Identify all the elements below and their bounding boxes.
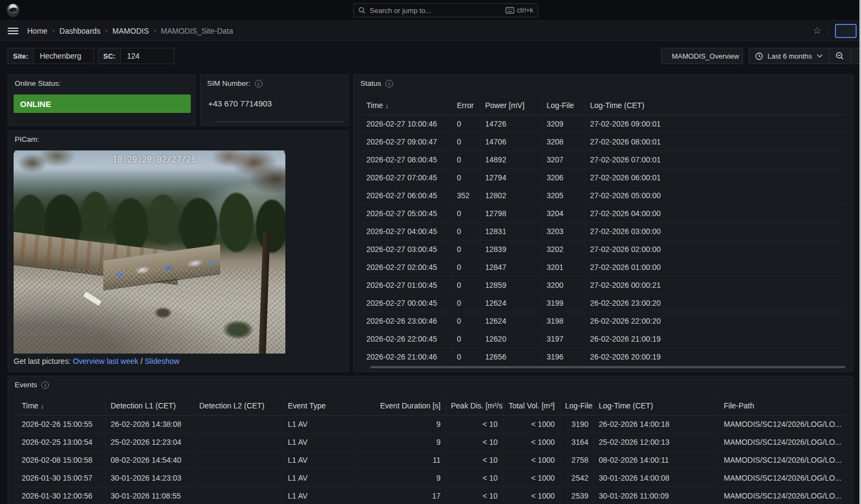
table-cell[interactable]: L1 AV [283, 451, 359, 469]
column-header[interactable]: Power [mV] [480, 97, 541, 115]
table-cell[interactable]: 2542 [560, 469, 594, 487]
table-cell[interactable]: < 1000 [503, 451, 560, 469]
table-cell[interactable]: 08-02-2026 14:00:11 [594, 451, 719, 469]
column-header[interactable]: Time ↓ [17, 397, 105, 415]
zoom-out-time-button[interactable] [829, 48, 850, 64]
favorite-star-icon[interactable]: ☆ [813, 26, 821, 35]
table-cell[interactable]: 30-01-2026 11:08:55 [105, 487, 194, 504]
breadcrumb-dashboards[interactable]: Dashboards [59, 27, 101, 35]
table-cell[interactable]: < 1000 [503, 487, 560, 504]
table-cell[interactable]: 30-01-2026 14:00:08 [594, 469, 719, 487]
table-cell[interactable] [194, 487, 283, 504]
table-cell: 3204 [541, 204, 585, 222]
table-cell[interactable]: < 10 [446, 469, 503, 487]
panel-sim-number: SIM Number: i +43 670 7714903 [200, 74, 349, 126]
column-header[interactable]: Log-File [560, 397, 594, 415]
column-header[interactable]: Log-Time (CET) [585, 97, 846, 115]
info-icon[interactable]: i [41, 381, 49, 389]
table-cell[interactable]: 9 [359, 433, 446, 451]
table-cell: 0 [452, 276, 480, 294]
column-header[interactable]: Total Vol. [m³] [503, 397, 560, 415]
table-cell[interactable]: 2758 [560, 451, 594, 469]
online-status-panel-title[interactable]: Online Status: [15, 79, 61, 87]
variable-sc-value[interactable]: 124 [120, 48, 174, 64]
table-cell[interactable]: 9 [359, 415, 446, 433]
table-cell[interactable]: MAMODIS/SC124/2026/LOG/LO... [719, 433, 845, 451]
menu-toggle-icon[interactable] [8, 28, 18, 34]
table-cell[interactable]: MAMODIS/SC124/2026/LOG/LO... [719, 451, 845, 469]
table-cell[interactable]: 2539 [560, 487, 594, 504]
horizontal-scrollbar[interactable] [370, 366, 845, 368]
table-cell[interactable]: L1 AV [283, 469, 359, 487]
slideshow-link[interactable]: Slideshow [145, 357, 179, 366]
table-cell[interactable]: 25-02-2026 12:23:04 [105, 433, 194, 451]
caption-separator: / [140, 357, 142, 366]
table-cell[interactable]: 17 [359, 487, 446, 504]
column-header[interactable]: Error [452, 97, 480, 115]
time-range-picker[interactable]: Last 6 months [749, 48, 829, 64]
table-cell[interactable] [194, 469, 283, 487]
table-cell[interactable]: 2026-02-25 13:00:54 [17, 433, 105, 451]
overview-last-week-link[interactable]: Overview last week [73, 357, 139, 366]
table-cell: 12831 [480, 222, 541, 240]
table-cell[interactable]: < 1000 [503, 469, 560, 487]
table-cell[interactable]: 9 [359, 469, 446, 487]
column-header[interactable]: Event Duration [s] [359, 397, 446, 415]
table-cell[interactable]: < 10 [446, 487, 503, 504]
table-cell[interactable]: MAMODIS/SC124/2026/LOG/LO... [719, 415, 845, 433]
overview-dashboard-button[interactable]: MAMODIS_Overview [661, 48, 743, 64]
table-cell[interactable]: 30-01-2026 11:00:09 [594, 487, 719, 504]
column-header[interactable]: Event Type [283, 397, 359, 415]
table-cell[interactable]: 11 [359, 451, 446, 469]
column-header[interactable]: Log-File [541, 97, 585, 115]
org-logo[interactable] [7, 4, 20, 17]
breadcrumb-folder[interactable]: MAMODIS [113, 27, 149, 35]
column-header[interactable]: Peak Dis. [m³/s] [446, 397, 503, 415]
column-header[interactable]: Log-Time (CET) [594, 397, 719, 415]
search-input[interactable]: Search or jump to... ctrl+k [353, 3, 538, 17]
table-cell[interactable]: 3164 [560, 433, 594, 451]
table-cell[interactable]: 26-02-2026 14:00:18 [594, 415, 719, 433]
toolbar-overflow-button-partial[interactable] [835, 24, 857, 38]
table-cell[interactable] [194, 433, 283, 451]
table-cell[interactable]: 3190 [560, 415, 594, 433]
table-row: 2026-02-27 02:00:45012847320127-02-2026 … [361, 258, 846, 276]
status-panel-title[interactable]: Status [360, 79, 381, 87]
column-header[interactable]: File-Path [719, 397, 845, 415]
table-cell[interactable]: < 1000 [503, 433, 560, 451]
breadcrumb-home[interactable]: Home [27, 27, 47, 35]
table-cell[interactable]: 2026-02-08 15:00:58 [17, 451, 105, 469]
events-panel-title[interactable]: Events [15, 381, 37, 389]
table-cell[interactable]: < 10 [446, 415, 503, 433]
table-cell: 0 [452, 150, 480, 168]
table-cell: 3209 [541, 115, 585, 133]
table-cell[interactable]: < 1000 [503, 415, 560, 433]
column-header[interactable]: Time ↓ [361, 97, 452, 115]
picam-panel-title[interactable]: PICam: [15, 135, 39, 143]
table-cell[interactable]: MAMODIS/SC124/2026/LOG/LO... [719, 487, 845, 504]
table-cell[interactable]: 2026-02-26 15:00:55 [17, 415, 105, 433]
table-cell: 0 [452, 204, 480, 222]
table-cell[interactable]: 25-02-2026 12:00:13 [594, 433, 719, 451]
table-cell: 3206 [541, 168, 585, 186]
info-icon[interactable]: i [255, 80, 263, 87]
table-cell[interactable]: L1 AV [283, 415, 359, 433]
column-header[interactable]: Detection L2 (CET) [194, 397, 283, 415]
column-header[interactable]: Detection L1 (CET) [105, 397, 194, 415]
sim-panel-title[interactable]: SIM Number: [207, 79, 251, 87]
table-cell[interactable]: L1 AV [283, 487, 359, 504]
table-cell[interactable] [194, 415, 283, 433]
table-cell[interactable]: L1 AV [283, 433, 359, 451]
table-cell[interactable] [194, 451, 283, 469]
table-cell[interactable]: 08-02-2026 14:54:40 [105, 451, 194, 469]
variable-site: Site: Hechenberg [8, 48, 94, 64]
table-cell[interactable]: 2026-01-30 15:00:57 [17, 469, 105, 487]
table-cell[interactable]: MAMODIS/SC124/2026/LOG/LO... [719, 469, 845, 487]
table-cell[interactable]: < 10 [446, 451, 503, 469]
table-cell[interactable]: 2026-01-30 12:00:56 [17, 487, 105, 504]
table-cell[interactable]: 30-01-2026 14:23:03 [105, 469, 194, 487]
info-icon[interactable]: i [385, 80, 393, 87]
table-cell[interactable]: < 10 [446, 433, 503, 451]
variable-site-value[interactable]: Hechenberg [33, 48, 94, 64]
table-cell[interactable]: 26-02-2026 14:38:08 [105, 415, 194, 433]
